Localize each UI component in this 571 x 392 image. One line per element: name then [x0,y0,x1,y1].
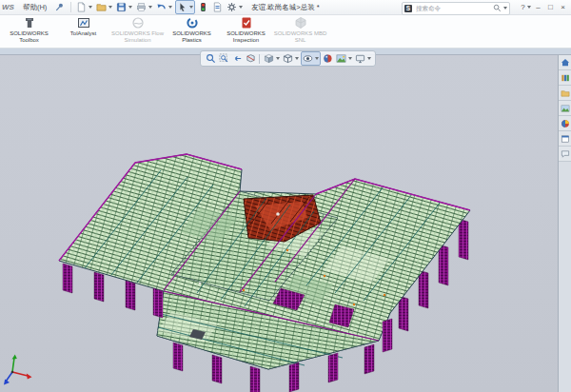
view-orientation-cube-icon [264,53,274,64]
print-button[interactable] [135,1,153,13]
new-document-button[interactable] [75,1,93,13]
window-icon [561,134,570,144]
tab-appearances-scenes[interactable] [559,116,571,131]
pin-menu-icon[interactable] [54,2,65,12]
close-button[interactable]: × [557,1,569,13]
select-button[interactable] [175,0,195,14]
books-icon [561,73,570,83]
separator [259,54,260,64]
dropdown-arrow[interactable] [128,6,132,9]
solidworks-logo-text: WS [2,3,14,11]
edit-appearance-button[interactable] [322,52,334,65]
undo-button[interactable] [155,1,173,13]
minimize-button[interactable]: – [532,1,544,13]
help-dropdown-arrow[interactable] [527,6,531,9]
addin-solidworks-toolbox[interactable]: SOLIDWORKS Toolbox [2,14,56,48]
search-dropdown-arrow[interactable] [503,7,507,10]
flow-simulation-icon [131,16,145,29]
scene-icon [336,53,346,64]
toolbox-icon [23,16,36,29]
apply-scene-button[interactable] [335,52,353,65]
tab-file-explorer[interactable] [559,86,571,101]
addins-toolbar: SOLIDWORKS Toolbox TolAnalyst SOLIDWORKS… [0,14,571,49]
zoom-to-fit-button[interactable] [205,52,217,65]
addin-label: SOLIDWORKS MBD SNL [274,30,327,44]
dropdown-arrow[interactable] [89,6,92,9]
addin-label: SOLIDWORKS Flow Simulation [111,30,165,44]
save-floppy-icon [116,2,127,12]
addin-label: SOLIDWORKS Inspection [220,30,273,44]
tolanalyst-icon [77,16,90,29]
addin-inspection[interactable]: SOLIDWORKS Inspection [219,14,273,48]
options-gear-icon [226,2,237,12]
addin-plastics[interactable]: SOLIDWORKS Plastics [165,14,219,48]
dropdown-arrow[interactable] [276,57,280,60]
picture-icon [561,104,570,113]
print-icon [136,2,147,12]
addin-label: SOLIDWORKS Plastics [166,30,219,44]
dropdown-arrow[interactable] [189,6,193,9]
file-properties-icon [212,2,223,12]
dropdown-arrow[interactable] [168,6,172,9]
dropdown-arrow[interactable] [239,6,243,9]
inspection-icon [240,16,253,29]
graphics-viewport[interactable] [0,54,571,392]
tab-solidworks-resources[interactable] [559,55,571,70]
section-view-button[interactable] [245,52,257,65]
home-icon [561,58,570,68]
dropdown-arrow[interactable] [108,6,112,9]
rebuild-traffic-light-icon [198,2,208,12]
command-search[interactable]: S [402,2,510,15]
title-bar: WS 帮助(H) [0,0,571,15]
tab-custom-properties[interactable] [559,131,571,147]
previous-view-button[interactable] [231,52,244,65]
triad-x-arrow [27,374,32,380]
file-properties-button[interactable] [211,1,224,13]
dropdown-arrow[interactable] [148,6,152,9]
addin-label: TolAnalyst [57,30,110,37]
triad-y-arrow [12,355,17,360]
addin-mbd-snl: SOLIDWORKS MBD SNL [273,14,327,48]
tab-view-palette[interactable] [559,101,571,116]
select-cursor-icon [177,2,187,12]
folder-icon [561,88,570,98]
help-label: ? [521,3,524,11]
section-view-icon [246,53,256,64]
eye-icon [303,53,313,64]
search-magnifier-icon[interactable] [493,4,502,12]
view-orientation-button[interactable] [263,52,281,65]
dropdown-arrow[interactable] [295,57,299,60]
menu-help[interactable]: 帮助(H) [18,0,51,14]
separator [70,2,71,12]
view-settings-button[interactable] [354,52,372,65]
heads-up-toolbar [200,50,376,67]
tab-solidworks-forum[interactable] [559,147,571,162]
menu-help-label: 帮助(H) [23,3,47,12]
zoom-to-area-button[interactable] [218,52,230,65]
model-3d-view[interactable] [0,55,571,392]
view-settings-icon [355,53,365,64]
reference-triad [2,353,36,389]
new-document-icon [76,2,87,12]
dropdown-arrow[interactable] [348,57,352,60]
open-button[interactable] [95,1,113,13]
hide-show-items-button[interactable] [301,51,321,66]
tab-design-library[interactable] [559,70,571,86]
dropdown-arrow[interactable] [367,57,371,60]
speech-bubble-icon [561,149,570,159]
open-folder-icon [96,2,107,12]
search-input[interactable] [414,4,493,12]
restore-button[interactable]: □ [544,1,557,13]
addin-tolanalyst[interactable]: TolAnalyst [56,14,110,48]
zoom-to-fit-icon [206,53,216,64]
undo-icon [156,2,167,12]
help-button[interactable]: ? [520,1,532,13]
save-button[interactable] [115,1,133,13]
options-button[interactable] [226,1,244,13]
display-style-button[interactable] [282,52,300,65]
rebuild-button[interactable] [197,1,209,13]
solidworks-search-logo-icon: S [404,5,412,12]
dropdown-arrow[interactable] [315,57,319,60]
previous-view-icon [232,53,243,64]
color-ball-icon [561,119,570,128]
